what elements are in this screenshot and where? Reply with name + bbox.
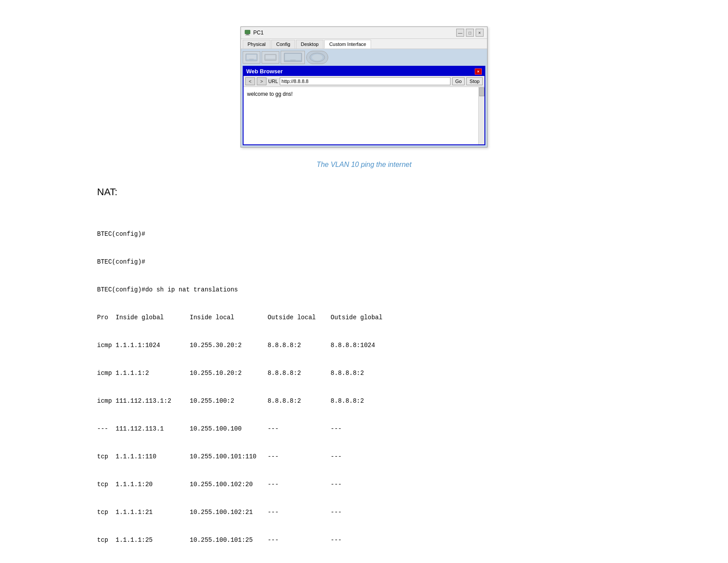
terminal-row-5: tcp 1.1.1.1:110 10.255.100.101:110 --- -…: [97, 452, 582, 461]
simulator-window: PC1 — □ × Physical Config Desktop Custom…: [240, 26, 488, 147]
page-container: PC1 — □ × Physical Config Desktop Custom…: [0, 0, 728, 563]
wb-url-label: URL: [268, 79, 278, 84]
nat-label: NAT:: [97, 186, 582, 198]
svg-rect-1: [246, 34, 249, 35]
wb-toolbar: < > URL Go Stop: [244, 76, 484, 87]
maximize-button[interactable]: □: [466, 29, 474, 37]
svg-rect-2: [245, 35, 250, 35]
terminal-row-2: icmp 1.1.1.1:2 10.255.10.20:2 8.8.8.8:2 …: [97, 369, 582, 378]
sim-titlebar: PC1 — □ ×: [241, 27, 487, 39]
nat-section: NAT: BTEC(config)# BTEC(config)# BTEC(co…: [97, 186, 582, 563]
terminal-row-4: --- 111.112.113.1 10.255.100.100 --- ---: [97, 424, 582, 434]
wb-scroll-thumb[interactable]: [479, 87, 484, 96]
terminal-row-3: icmp 111.112.113.1:2 10.255.100:2 8.8.8.…: [97, 397, 582, 406]
wb-scrollbar[interactable]: [478, 87, 484, 144]
wb-url-input[interactable]: [280, 77, 450, 85]
terminal-line-1: BTEC(config)#: [97, 230, 582, 239]
tab-config[interactable]: Config: [271, 40, 295, 49]
terminal-line-3: BTEC(config)#do sh ip nat translations: [97, 285, 582, 295]
terminal: BTEC(config)# BTEC(config)# BTEC(config)…: [97, 211, 582, 563]
sim-title: PC1: [253, 30, 263, 36]
terminal-header: Pro Inside global Inside local Outside l…: [97, 313, 582, 322]
wb-back-button[interactable]: <: [245, 77, 255, 85]
wb-title: Web Browser: [246, 68, 283, 75]
sim-icon-row: [243, 51, 485, 64]
tab-physical[interactable]: Physical: [243, 40, 270, 49]
sim-titlebar-controls: — □ ×: [456, 29, 484, 37]
terminal-row-6: tcp 1.1.1.1:20 10.255.100.102:20 --- ---: [97, 480, 582, 489]
sim-tabs: Physical Config Desktop Custom Interface: [241, 39, 487, 49]
terminal-row-8: tcp 1.1.1.1:25 10.255.100.101:25 --- ---: [97, 536, 582, 545]
terminal-row-1: icmp 1.1.1.1:1024 10.255.30.20:2 8.8.8.8…: [97, 341, 582, 350]
pc-icon: [244, 30, 251, 36]
svg-rect-9: [285, 54, 301, 60]
web-browser-window: Web Browser × < > URL Go Stop welcome to…: [243, 66, 485, 145]
minimize-button[interactable]: —: [456, 29, 464, 37]
terminal-line-2: BTEC(config)#: [97, 257, 582, 267]
svg-rect-0: [245, 30, 250, 34]
wb-titlebar: Web Browser ×: [244, 67, 484, 76]
close-button[interactable]: ×: [476, 29, 484, 37]
wb-close-button[interactable]: ×: [475, 68, 482, 75]
wb-go-button[interactable]: Go: [452, 77, 465, 85]
device-icon-4: [306, 51, 328, 64]
tab-custom-interface[interactable]: Custom Interface: [324, 40, 371, 49]
device-icon-1: [243, 51, 260, 64]
terminal-row-7: tcp 1.1.1.1:21 10.255.100.102:21 --- ---: [97, 508, 582, 517]
tab-desktop[interactable]: Desktop: [296, 40, 323, 49]
device-icon-3: [281, 51, 305, 64]
sim-body: Web Browser × < > URL Go Stop welcome to…: [241, 49, 487, 147]
svg-point-12: [312, 54, 323, 60]
wb-content: welcome to gg dns!: [244, 87, 484, 144]
svg-rect-4: [247, 55, 256, 59]
svg-rect-7: [266, 55, 275, 59]
caption: The VLAN 10 ping the internet: [316, 161, 411, 169]
device-icon-2: [262, 51, 279, 64]
sim-titlebar-left: PC1: [244, 30, 263, 36]
wb-stop-button[interactable]: Stop: [466, 77, 483, 85]
wb-forward-button[interactable]: >: [257, 77, 266, 85]
wb-content-text: welcome to gg dns!: [247, 91, 293, 97]
